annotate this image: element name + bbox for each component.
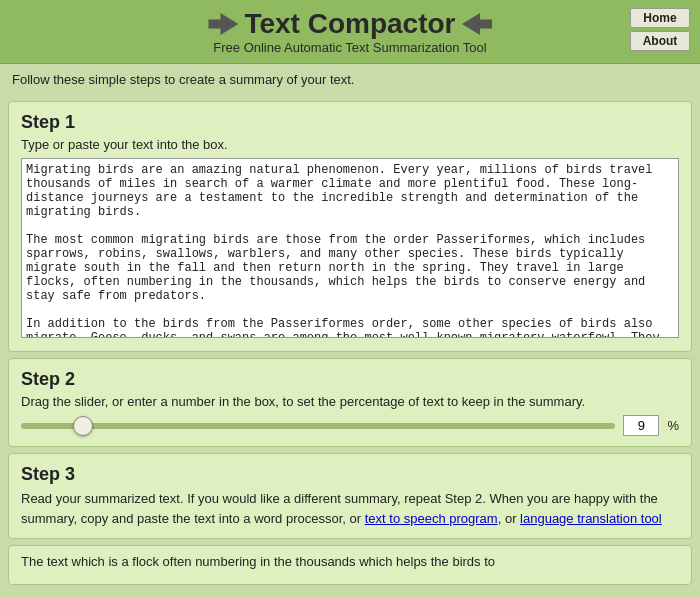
- title-text: Text Compactor: [244, 8, 455, 40]
- output-text: The text which is a flock often numberin…: [21, 554, 495, 569]
- nav-buttons: Home About: [630, 8, 690, 51]
- step1-instruction: Type or paste your text into the box.: [21, 137, 679, 152]
- output-area: The text which is a flock often numberin…: [8, 545, 692, 585]
- step3-title: Step 3: [21, 464, 679, 485]
- subtitle-text: Free Online Automatic Text Summarization…: [208, 40, 491, 55]
- header: Text Compactor Free Online Automatic Tex…: [0, 0, 700, 64]
- slider-row: %: [21, 415, 679, 436]
- text-input[interactable]: [21, 158, 679, 338]
- step3-instruction: Read your summarized text. If you would …: [21, 489, 679, 528]
- about-button[interactable]: About: [630, 31, 690, 51]
- step1-block: Step 1 Type or paste your text into the …: [8, 101, 692, 352]
- step3-text-part2: , or: [498, 511, 520, 526]
- app-title: Text Compactor: [208, 8, 491, 40]
- header-center: Text Compactor Free Online Automatic Tex…: [208, 8, 491, 55]
- text-to-speech-link[interactable]: text to speech program: [365, 511, 498, 526]
- step2-instruction: Drag the slider, or enter a number in th…: [21, 394, 679, 409]
- step2-title: Step 2: [21, 369, 679, 390]
- language-translation-link[interactable]: language translation tool: [520, 511, 662, 526]
- home-button[interactable]: Home: [630, 8, 690, 28]
- percent-input[interactable]: [623, 415, 659, 436]
- step1-title: Step 1: [21, 112, 679, 133]
- intro-text: Follow these simple steps to create a su…: [12, 72, 354, 87]
- step3-block: Step 3 Read your summarized text. If you…: [8, 453, 692, 539]
- arrow-left-icon: [208, 13, 238, 35]
- arrow-right-icon: [462, 13, 492, 35]
- percent-symbol: %: [667, 418, 679, 433]
- percentage-slider[interactable]: [21, 423, 615, 429]
- intro-section: Follow these simple steps to create a su…: [0, 64, 700, 95]
- step2-block: Step 2 Drag the slider, or enter a numbe…: [8, 358, 692, 447]
